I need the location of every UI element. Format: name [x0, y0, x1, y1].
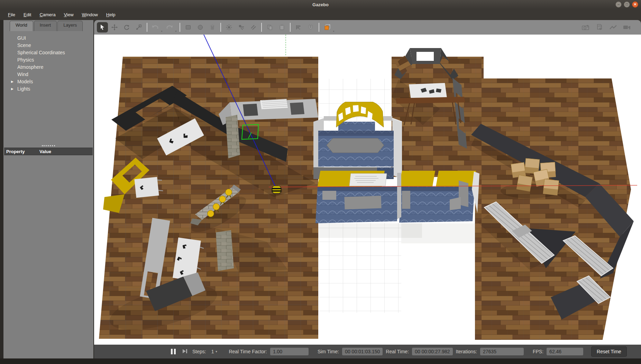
align-icon [295, 24, 302, 31]
world-tree: GUI Scene Spherical Coordinates Physics … [3, 35, 93, 93]
window-edge [0, 20, 3, 358]
insert-box-button[interactable] [183, 22, 194, 32]
menu-window[interactable]: Window [78, 11, 102, 19]
menu-edit[interactable]: Edit [20, 11, 35, 19]
pause-button[interactable] [170, 349, 177, 354]
close-button[interactable]: ✕ [632, 1, 638, 8]
steps-value: 1 [211, 349, 214, 354]
insert-sphere-button[interactable] [195, 22, 206, 32]
left-panel: World Insert Layers GUI Scene Spherical … [3, 20, 94, 358]
view-angle-caret-icon[interactable]: ▼ [332, 30, 335, 32]
video-record-button[interactable] [622, 22, 633, 32]
capture-tools: LOG [580, 22, 633, 32]
render-toolbar: ▼ ▼ [94, 20, 641, 35]
toolbar-separator [319, 23, 319, 32]
camera-icon [582, 24, 590, 31]
maximize-button[interactable]: □ [624, 1, 630, 8]
menu-bar: File Edit Camera View Window Help [0, 9, 641, 20]
video-camera-icon [623, 24, 632, 31]
stone-pillar[interactable] [216, 230, 234, 271]
menu-file[interactable]: File [4, 11, 19, 19]
tab-world[interactable]: World [10, 21, 33, 31]
undo-history-caret-icon[interactable]: ▼ [161, 30, 163, 32]
real-time-value: 00 00:00:27.982 [412, 348, 452, 355]
yellow-wall[interactable] [436, 171, 476, 187]
expand-arrow-icon[interactable]: ▶ [11, 78, 13, 85]
expand-arrow-icon[interactable]: ▶ [11, 85, 13, 93]
window-edge-bottom [0, 358, 641, 364]
menu-camera[interactable]: Camera [36, 11, 59, 19]
minimize-button[interactable]: – [615, 1, 622, 8]
lounge-bench[interactable] [402, 191, 410, 209]
lounge-bench[interactable] [322, 191, 336, 200]
insert-cylinder-button[interactable] [207, 22, 218, 32]
tree-item-models[interactable]: ▶Models [3, 78, 93, 85]
yellow-wall[interactable] [399, 171, 435, 187]
tree-item-spherical-coordinates[interactable]: Spherical Coordinates [3, 49, 93, 56]
status-bar: Steps: 1▼ Real Time Factor: 1.00 Sim Tim… [94, 345, 641, 358]
fps-label: FPS: [533, 349, 543, 354]
tree-item-label: Models [17, 79, 33, 84]
rtf-label: Real Time Factor: [229, 349, 267, 354]
cursor-icon [99, 24, 106, 31]
spot-light-icon [238, 24, 245, 31]
undo-button[interactable] [150, 22, 161, 32]
menu-help[interactable]: Help [102, 11, 119, 19]
title-bar: Gazebo – □ ✕ [0, 0, 641, 9]
step-button[interactable] [180, 348, 189, 355]
iterations-value: 27635 [480, 348, 524, 355]
lounge-rooms-bottom[interactable] [315, 171, 479, 223]
window-controls: – □ ✕ [615, 1, 638, 8]
snap-button[interactable] [305, 22, 316, 32]
spot-light-button[interactable] [236, 22, 247, 32]
screenshot-button[interactable] [580, 22, 591, 32]
turtlebot-robot[interactable] [271, 186, 282, 195]
translate-tool-button[interactable] [109, 22, 120, 32]
whiteboard[interactable] [349, 174, 387, 186]
pause-icon [174, 349, 176, 354]
move-icon [111, 24, 118, 31]
tree-item-lights[interactable]: ▶Lights [3, 85, 93, 93]
reset-time-button[interactable]: Reset Time [591, 346, 627, 357]
log-record-button[interactable]: LOG [594, 22, 605, 32]
tree-item-atmosphere[interactable]: Atmosphere [3, 64, 93, 71]
dropdown-caret-icon: ▼ [215, 350, 218, 353]
directional-light-button[interactable] [248, 22, 259, 32]
view-angle-button[interactable] [322, 22, 333, 32]
magnet-icon [307, 24, 314, 31]
viewport-3d[interactable] [94, 35, 641, 345]
tab-insert[interactable]: Insert [34, 21, 57, 31]
select-tool-button[interactable] [97, 22, 108, 32]
rotate-icon [123, 24, 130, 31]
paste-button[interactable] [276, 22, 287, 32]
floor-island-wood[interactable] [392, 57, 484, 177]
log-file-icon: LOG [596, 24, 603, 31]
property-column-header: Property [4, 149, 39, 154]
tree-item-physics[interactable]: Physics [3, 56, 93, 64]
undo-icon [152, 24, 159, 31]
scale-tool-button[interactable] [133, 22, 144, 32]
panel-splitter-handle[interactable] [42, 145, 55, 146]
tree-item-wind[interactable]: Wind [3, 71, 93, 78]
conference-table[interactable] [327, 138, 384, 153]
redo-button[interactable] [164, 22, 175, 32]
tab-layers[interactable]: Layers [57, 21, 83, 31]
value-column-header: Value [39, 149, 51, 154]
3d-scene[interactable] [94, 35, 641, 345]
menu-view[interactable]: View [60, 11, 77, 19]
steps-stepper[interactable]: 1▼ [209, 348, 220, 355]
cylinder-icon [209, 24, 216, 31]
tree-item-gui[interactable]: GUI [3, 35, 93, 42]
plot-button[interactable] [608, 22, 619, 32]
rotate-tool-button[interactable] [121, 22, 132, 32]
copy-button[interactable] [264, 22, 275, 32]
tree-item-scene[interactable]: Scene [3, 42, 93, 49]
point-light-button[interactable] [223, 22, 235, 32]
window-title: Gazebo [312, 2, 329, 7]
divider-wall[interactable] [397, 173, 401, 219]
align-button[interactable] [293, 22, 304, 32]
lounge-table[interactable] [344, 196, 381, 209]
redo-history-caret-icon[interactable]: ▼ [175, 30, 177, 32]
toolbar-separator [180, 23, 180, 32]
panel-tabs: World Insert Layers [3, 20, 93, 31]
